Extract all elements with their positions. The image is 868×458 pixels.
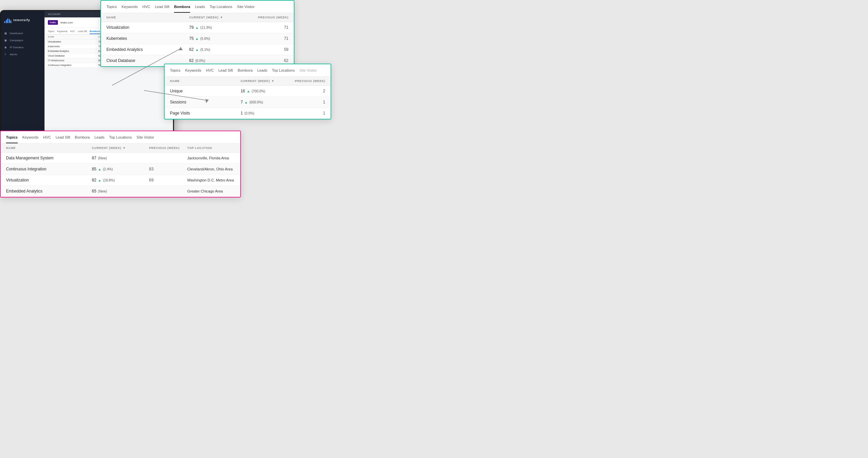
up-arrow-icon: ▲	[195, 26, 199, 29]
topics-td-current: 82 ▲ (18.8%)	[92, 178, 149, 182]
bombora-td-name: Embedded Analytics	[106, 47, 189, 52]
bombora-td-previous: 59	[244, 47, 288, 52]
sv-current-num: 1	[241, 111, 243, 116]
campaigns-icon: ▣	[4, 39, 8, 42]
topics-td-current: 85 ▲ (2.4%)	[92, 167, 149, 172]
logo-bar-5	[10, 21, 11, 23]
topics-tab-site-visitor[interactable]: Site Visitor	[136, 131, 154, 143]
bombora-table-header: NAME CURRENT (WEEK) ▼ PREVIOUS (WEEK)	[101, 13, 294, 22]
bombora-current-pct: (5.1%)	[200, 48, 210, 52]
logo-bar-3	[7, 19, 8, 23]
sidebar-item-dashboard[interactable]: ▦ Dashboard	[1, 30, 44, 37]
sidebar-nav: ▦ Dashboard ▣ Campaigns ◉ IP Domains T A…	[1, 28, 44, 58]
bombora-row: Embedded Analytics 62 ▲ (5.1%) 59	[101, 44, 294, 55]
popup-bombora: Topics Keywords HVC Lead Sift Bombora Le…	[100, 0, 294, 67]
sv-tab-keywords[interactable]: Keywords	[185, 64, 201, 76]
sidebar-item-admin[interactable]: T Admin	[1, 51, 44, 58]
topics-tab-top-locations[interactable]: Top Locations	[109, 131, 132, 143]
card-tab-site-visitor-b[interactable]: Site Visitor	[237, 1, 254, 13]
sv-current-pct: (600.0%)	[250, 100, 264, 104]
topics-th-previous: PREVIOUS (WEEK)	[149, 146, 187, 150]
up-arrow-icon: ▲	[245, 100, 248, 104]
bombora-th-current: CURRENT (WEEK) ▼	[189, 16, 244, 19]
topics-td-name: Virtualization	[6, 178, 92, 182]
up-arrow-icon: ▲	[195, 48, 199, 52]
sv-current-num: 16	[241, 89, 245, 93]
mini-tab-topics[interactable]: Topics	[48, 29, 55, 34]
sv-td-name: Sessions	[170, 100, 241, 104]
topics-tab-leads[interactable]: Leads	[94, 131, 104, 143]
sv-row: Unique 16 ▲ (700.0%) 2	[165, 86, 331, 97]
topics-td-previous: 69	[149, 178, 187, 182]
card-tab-top-locations-b[interactable]: Top Locations	[210, 1, 232, 13]
sv-tab-lead-sift[interactable]: Lead Sift	[218, 64, 233, 76]
bombora-current-num: 62	[189, 47, 193, 52]
topics-tab-keywords[interactable]: Keywords	[23, 131, 38, 143]
bombora-row: Kubernetes 75 ▲ (5.6%) 71	[101, 33, 294, 44]
new-badge: (New)	[98, 189, 107, 193]
bombora-current-num: 62	[189, 58, 193, 63]
card-tab-hvc-b[interactable]: HVC	[142, 1, 150, 13]
topics-row: Virtualization 82 ▲ (18.8%) 69 Washingto…	[1, 175, 240, 186]
topics-td-name: Embedded Analytics	[6, 189, 92, 193]
mini-tab-hvc[interactable]: HVC	[70, 29, 75, 34]
topics-td-location: Cleveland/Akron, Ohio Area	[187, 167, 235, 171]
sidebar-item-campaigns[interactable]: ▣ Campaigns	[1, 37, 44, 44]
sv-tab-bombora[interactable]: Bombora	[238, 64, 253, 76]
mini-tab-lead-sift[interactable]: Lead Sift	[78, 29, 87, 34]
topics-current-pct: (18.8%)	[103, 178, 115, 182]
card-tab-bombora-b[interactable]: Bombora	[174, 1, 190, 13]
mini-tab-bombora[interactable]: Bombora	[90, 29, 100, 34]
topics-table-header: NAME CURRENT (WEEK) ▼ PREVIOUS (WEEK) TO…	[1, 144, 240, 153]
sv-tab-hvc[interactable]: HVC	[206, 64, 214, 76]
sv-th-name: NAME	[170, 79, 241, 83]
up-arrow-icon: ▲	[247, 89, 250, 93]
topics-td-previous: 83	[149, 167, 187, 172]
mini-td-name: Cloud Database	[48, 55, 98, 57]
card-tab-lead-sift-b[interactable]: Lead Sift	[155, 1, 169, 13]
sidebar-item-ip-domains[interactable]: ◉ IP Domains	[1, 44, 44, 51]
card-tab-topics-b[interactable]: Topics	[106, 1, 117, 13]
sv-tab-site-visitor[interactable]: Site Visitor	[300, 64, 317, 76]
bombora-td-name: Virtualization	[106, 25, 189, 30]
logo-bar-4	[9, 19, 10, 23]
mini-th-name: NAME	[48, 36, 98, 38]
topics-table-body: Data Management System 87 (New) Jacksonv…	[1, 153, 240, 197]
sort-icon-sv: ▼	[271, 79, 275, 83]
bombora-row: Virtualization 79 ▲ (11.3%) 71	[101, 22, 294, 33]
topics-th-location: TOP LOCATION	[187, 146, 235, 150]
topics-tab-bombora[interactable]: Bombora	[75, 131, 90, 143]
sv-tab-top-locations[interactable]: Top Locations	[272, 64, 295, 76]
mini-tab-keywords[interactable]: Keywords	[57, 29, 68, 34]
sv-th-previous: PREVIOUS (WEEK)	[288, 79, 325, 83]
logo: Intentsify	[1, 15, 44, 28]
sv-row: Page Visits 1 (0.0%) 1	[165, 108, 331, 119]
bombora-td-current: 75 ▲ (5.6%)	[189, 36, 244, 41]
sidebar-item-dashboard-label: Dashboard	[10, 32, 23, 35]
bombora-table-body: Virtualization 79 ▲ (11.3%) 71 Kubernete…	[101, 22, 294, 66]
sv-table-body: Unique 16 ▲ (700.0%) 2 Sessions 7 ▲ (600…	[165, 86, 331, 119]
card-tab-leads-b[interactable]: Leads	[195, 1, 205, 13]
topics-td-location: Greater Chicago Area	[187, 189, 235, 193]
topics-current-num: 85	[92, 167, 96, 172]
topics-tab-topics[interactable]: Topics	[6, 131, 18, 143]
bombora-td-current: 62 ▲ (5.1%)	[189, 47, 244, 52]
sv-row: Sessions 7 ▲ (600.0%) 1	[165, 97, 331, 108]
bombora-current-num: 79	[189, 25, 193, 30]
topics-tab-hvc[interactable]: HVC	[43, 131, 51, 143]
sv-tab-topics[interactable]: Topics	[170, 64, 180, 76]
sv-current-pct: (0.0%)	[245, 112, 254, 115]
mini-td-name: Continuous Integration	[48, 64, 98, 66]
fedex-text: FedEx	[50, 22, 56, 24]
topics-tab-lead-sift[interactable]: Lead Sift	[56, 131, 70, 143]
logo-icon	[4, 17, 11, 23]
admin-icon: T	[4, 53, 8, 56]
sv-tab-leads[interactable]: Leads	[257, 64, 267, 76]
sv-td-current: 16 ▲ (700.0%)	[241, 89, 288, 93]
topics-td-name: Data Management System	[6, 156, 92, 160]
sv-td-previous: 1	[288, 100, 325, 104]
ip-domains-icon: ◉	[4, 46, 8, 49]
bombora-td-previous: 71	[244, 25, 288, 30]
card-tab-keywords-b[interactable]: Keywords	[121, 1, 137, 13]
bombora-current-pct: (5.6%)	[200, 37, 210, 40]
